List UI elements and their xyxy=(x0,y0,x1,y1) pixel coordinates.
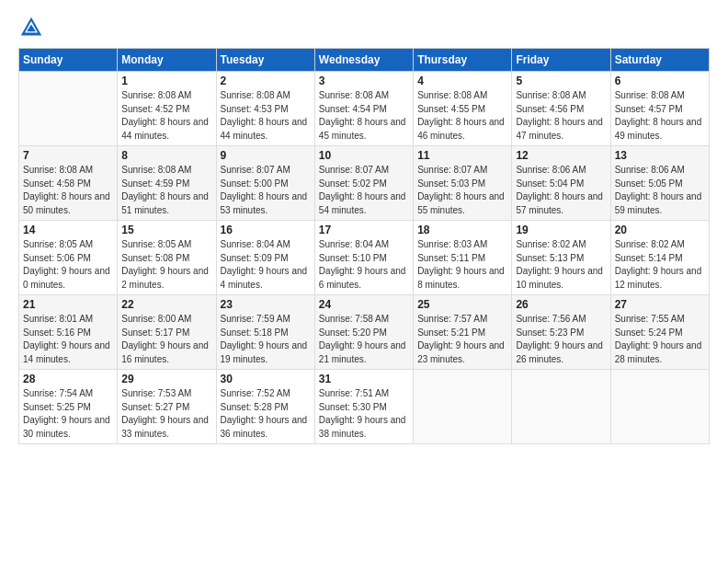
page: SundayMondayTuesdayWednesdayThursdayFrid… xyxy=(0,0,728,563)
day-number: 6 xyxy=(615,75,705,87)
calendar-cell xyxy=(512,370,610,444)
day-detail: Sunrise: 8:08 AMSunset: 4:53 PMDaylight:… xyxy=(221,89,311,143)
calendar-week-row: 7Sunrise: 8:08 AMSunset: 4:58 PMDaylight… xyxy=(19,146,710,221)
calendar-week-row: 28Sunrise: 7:54 AMSunset: 5:25 PMDayligh… xyxy=(19,370,710,444)
calendar-cell: 5Sunrise: 8:08 AMSunset: 4:56 PMDaylight… xyxy=(512,72,610,146)
day-detail: Sunrise: 7:54 AMSunset: 5:25 PMDaylight:… xyxy=(23,387,113,441)
day-detail: Sunrise: 7:52 AMSunset: 5:28 PMDaylight:… xyxy=(221,387,311,441)
calendar-cell: 16Sunrise: 8:04 AMSunset: 5:09 PMDayligh… xyxy=(216,221,314,295)
day-number: 15 xyxy=(121,224,211,236)
day-detail: Sunrise: 8:08 AMSunset: 4:56 PMDaylight:… xyxy=(516,89,606,143)
calendar-table: SundayMondayTuesdayWednesdayThursdayFrid… xyxy=(18,48,710,444)
logo xyxy=(18,15,48,40)
weekday-header-wednesday: Wednesday xyxy=(314,49,413,72)
day-detail: Sunrise: 7:57 AMSunset: 5:21 PMDaylight:… xyxy=(417,313,507,366)
day-detail: Sunrise: 8:00 AMSunset: 5:17 PMDaylight:… xyxy=(121,313,211,366)
calendar-cell: 27Sunrise: 7:55 AMSunset: 5:24 PMDayligh… xyxy=(610,295,709,370)
day-number: 29 xyxy=(121,373,211,385)
calendar-cell: 19Sunrise: 8:02 AMSunset: 5:13 PMDayligh… xyxy=(512,221,610,295)
calendar-cell xyxy=(610,370,709,444)
calendar-cell: 8Sunrise: 8:08 AMSunset: 4:59 PMDaylight… xyxy=(118,146,216,221)
day-detail: Sunrise: 8:08 AMSunset: 4:52 PMDaylight:… xyxy=(121,89,211,143)
calendar-cell: 4Sunrise: 8:08 AMSunset: 4:55 PMDaylight… xyxy=(414,72,512,146)
weekday-header-sunday: Sunday xyxy=(19,49,118,72)
calendar-cell: 15Sunrise: 8:05 AMSunset: 5:08 PMDayligh… xyxy=(118,221,216,295)
day-detail: Sunrise: 8:07 AMSunset: 5:02 PMDaylight:… xyxy=(319,164,409,217)
day-detail: Sunrise: 7:56 AMSunset: 5:23 PMDaylight:… xyxy=(516,313,606,366)
day-number: 18 xyxy=(417,224,507,236)
day-detail: Sunrise: 8:01 AMSunset: 5:16 PMDaylight:… xyxy=(23,313,113,366)
calendar-cell: 25Sunrise: 7:57 AMSunset: 5:21 PMDayligh… xyxy=(414,295,512,370)
calendar-cell xyxy=(414,370,512,444)
day-number: 13 xyxy=(615,149,705,162)
day-detail: Sunrise: 8:04 AMSunset: 5:10 PMDaylight:… xyxy=(319,238,409,292)
calendar-cell xyxy=(19,72,118,146)
day-detail: Sunrise: 8:06 AMSunset: 5:04 PMDaylight:… xyxy=(516,164,606,217)
day-number: 16 xyxy=(221,224,311,236)
day-number: 1 xyxy=(121,75,211,87)
calendar-cell: 28Sunrise: 7:54 AMSunset: 5:25 PMDayligh… xyxy=(19,370,118,444)
day-detail: Sunrise: 7:58 AMSunset: 5:20 PMDaylight:… xyxy=(319,313,409,366)
day-number: 21 xyxy=(23,298,113,311)
day-number: 7 xyxy=(23,149,113,162)
calendar-week-row: 21Sunrise: 8:01 AMSunset: 5:16 PMDayligh… xyxy=(19,295,710,370)
day-detail: Sunrise: 8:06 AMSunset: 5:05 PMDaylight:… xyxy=(615,164,705,217)
calendar-cell: 6Sunrise: 8:08 AMSunset: 4:57 PMDaylight… xyxy=(610,72,709,146)
calendar-cell: 7Sunrise: 8:08 AMSunset: 4:58 PMDaylight… xyxy=(19,146,118,221)
day-detail: Sunrise: 8:08 AMSunset: 4:55 PMDaylight:… xyxy=(417,89,507,143)
calendar-cell: 20Sunrise: 8:02 AMSunset: 5:14 PMDayligh… xyxy=(610,221,709,295)
day-number: 23 xyxy=(221,298,311,311)
day-detail: Sunrise: 7:59 AMSunset: 5:18 PMDaylight:… xyxy=(221,313,311,366)
day-detail: Sunrise: 8:02 AMSunset: 5:14 PMDaylight:… xyxy=(615,238,705,292)
day-detail: Sunrise: 8:04 AMSunset: 5:09 PMDaylight:… xyxy=(221,238,311,292)
day-detail: Sunrise: 8:07 AMSunset: 5:03 PMDaylight:… xyxy=(417,164,507,217)
day-detail: Sunrise: 8:05 AMSunset: 5:06 PMDaylight:… xyxy=(23,238,113,292)
calendar-cell: 3Sunrise: 8:08 AMSunset: 4:54 PMDaylight… xyxy=(314,72,413,146)
day-number: 20 xyxy=(615,224,705,236)
weekday-header-row: SundayMondayTuesdayWednesdayThursdayFrid… xyxy=(19,49,710,72)
calendar-cell: 9Sunrise: 8:07 AMSunset: 5:00 PMDaylight… xyxy=(216,146,314,221)
calendar-cell: 29Sunrise: 7:53 AMSunset: 5:27 PMDayligh… xyxy=(118,370,216,444)
calendar-cell: 12Sunrise: 8:06 AMSunset: 5:04 PMDayligh… xyxy=(512,146,610,221)
weekday-header-thursday: Thursday xyxy=(414,49,512,72)
day-detail: Sunrise: 8:08 AMSunset: 4:54 PMDaylight:… xyxy=(319,89,409,143)
day-number: 14 xyxy=(23,224,113,236)
calendar-cell: 13Sunrise: 8:06 AMSunset: 5:05 PMDayligh… xyxy=(610,146,709,221)
day-number: 26 xyxy=(516,298,606,311)
day-number: 24 xyxy=(319,298,409,311)
day-number: 9 xyxy=(221,149,311,162)
day-detail: Sunrise: 8:08 AMSunset: 4:57 PMDaylight:… xyxy=(615,89,705,143)
logo-icon xyxy=(18,15,44,40)
weekday-header-tuesday: Tuesday xyxy=(216,49,314,72)
calendar-cell: 23Sunrise: 7:59 AMSunset: 5:18 PMDayligh… xyxy=(216,295,314,370)
day-number: 28 xyxy=(23,373,113,385)
day-detail: Sunrise: 7:51 AMSunset: 5:30 PMDaylight:… xyxy=(319,387,409,441)
calendar-week-row: 14Sunrise: 8:05 AMSunset: 5:06 PMDayligh… xyxy=(19,221,710,295)
day-number: 5 xyxy=(516,75,606,87)
day-number: 22 xyxy=(121,298,211,311)
calendar-cell: 26Sunrise: 7:56 AMSunset: 5:23 PMDayligh… xyxy=(512,295,610,370)
calendar-cell: 18Sunrise: 8:03 AMSunset: 5:11 PMDayligh… xyxy=(414,221,512,295)
day-number: 17 xyxy=(319,224,409,236)
day-number: 4 xyxy=(417,75,507,87)
calendar-cell: 1Sunrise: 8:08 AMSunset: 4:52 PMDaylight… xyxy=(118,72,216,146)
calendar-week-row: 1Sunrise: 8:08 AMSunset: 4:52 PMDaylight… xyxy=(19,72,710,146)
day-number: 25 xyxy=(417,298,507,311)
day-number: 3 xyxy=(319,75,409,87)
calendar-cell: 31Sunrise: 7:51 AMSunset: 5:30 PMDayligh… xyxy=(314,370,413,444)
weekday-header-saturday: Saturday xyxy=(610,49,709,72)
day-number: 10 xyxy=(319,149,409,162)
day-detail: Sunrise: 8:08 AMSunset: 4:59 PMDaylight:… xyxy=(121,164,211,217)
day-number: 8 xyxy=(121,149,211,162)
calendar-cell: 10Sunrise: 8:07 AMSunset: 5:02 PMDayligh… xyxy=(314,146,413,221)
calendar-cell: 2Sunrise: 8:08 AMSunset: 4:53 PMDaylight… xyxy=(216,72,314,146)
day-number: 12 xyxy=(516,149,606,162)
day-number: 27 xyxy=(615,298,705,311)
header xyxy=(18,15,710,40)
day-detail: Sunrise: 8:02 AMSunset: 5:13 PMDaylight:… xyxy=(516,238,606,292)
day-number: 19 xyxy=(516,224,606,236)
day-number: 31 xyxy=(319,373,409,385)
day-detail: Sunrise: 7:53 AMSunset: 5:27 PMDaylight:… xyxy=(121,387,211,441)
day-detail: Sunrise: 8:03 AMSunset: 5:11 PMDaylight:… xyxy=(417,238,507,292)
weekday-header-friday: Friday xyxy=(512,49,610,72)
